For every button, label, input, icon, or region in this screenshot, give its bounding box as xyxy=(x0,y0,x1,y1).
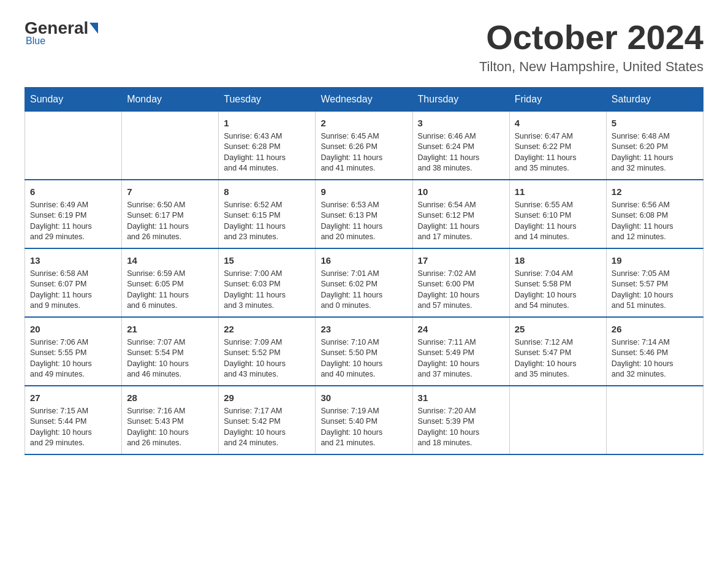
day-number: 4 xyxy=(515,117,601,129)
header-row: SundayMondayTuesdayWednesdayThursdayFrid… xyxy=(25,87,703,111)
weekday-header-wednesday: Wednesday xyxy=(316,87,412,111)
day-info: Sunrise: 6:50 AM Sunset: 6:17 PM Dayligh… xyxy=(127,200,213,243)
day-info: Sunrise: 7:16 AM Sunset: 5:43 PM Dayligh… xyxy=(127,406,213,449)
day-number: 27 xyxy=(30,391,116,404)
day-info: Sunrise: 6:52 AM Sunset: 6:15 PM Dayligh… xyxy=(224,200,310,243)
day-info: Sunrise: 6:49 AM Sunset: 6:19 PM Dayligh… xyxy=(30,200,116,243)
calendar-cell: 27Sunrise: 7:15 AM Sunset: 5:44 PM Dayli… xyxy=(25,386,122,454)
day-number: 13 xyxy=(30,254,116,267)
day-number: 30 xyxy=(320,391,407,404)
day-number: 26 xyxy=(612,323,698,335)
calendar-cell: 15Sunrise: 7:00 AM Sunset: 6:03 PM Dayli… xyxy=(219,248,316,317)
calendar-week-4: 20Sunrise: 7:06 AM Sunset: 5:55 PM Dayli… xyxy=(25,317,703,386)
day-info: Sunrise: 6:45 AM Sunset: 6:26 PM Dayligh… xyxy=(320,131,407,174)
day-number: 6 xyxy=(30,185,116,198)
calendar-cell: 19Sunrise: 7:05 AM Sunset: 5:57 PM Dayli… xyxy=(606,248,703,317)
calendar-cell: 7Sunrise: 6:50 AM Sunset: 6:17 PM Daylig… xyxy=(122,180,219,248)
day-info: Sunrise: 6:58 AM Sunset: 6:07 PM Dayligh… xyxy=(30,269,116,312)
day-info: Sunrise: 6:43 AM Sunset: 6:28 PM Dayligh… xyxy=(224,131,310,174)
calendar-cell: 29Sunrise: 7:17 AM Sunset: 5:42 PM Dayli… xyxy=(219,386,316,454)
calendar-week-1: 1Sunrise: 6:43 AM Sunset: 6:28 PM Daylig… xyxy=(25,111,703,180)
day-number: 29 xyxy=(224,391,310,404)
day-info: Sunrise: 6:56 AM Sunset: 6:08 PM Dayligh… xyxy=(612,200,698,243)
calendar-week-3: 13Sunrise: 6:58 AM Sunset: 6:07 PM Dayli… xyxy=(25,248,703,317)
calendar-cell: 31Sunrise: 7:20 AM Sunset: 5:39 PM Dayli… xyxy=(412,386,509,454)
day-info: Sunrise: 7:05 AM Sunset: 5:57 PM Dayligh… xyxy=(612,269,698,312)
day-info: Sunrise: 7:00 AM Sunset: 6:03 PM Dayligh… xyxy=(224,269,310,312)
day-info: Sunrise: 6:59 AM Sunset: 6:05 PM Dayligh… xyxy=(127,269,213,312)
day-info: Sunrise: 7:07 AM Sunset: 5:54 PM Dayligh… xyxy=(127,337,213,380)
calendar-cell: 20Sunrise: 7:06 AM Sunset: 5:55 PM Dayli… xyxy=(25,317,122,386)
calendar-cell: 18Sunrise: 7:04 AM Sunset: 5:58 PM Dayli… xyxy=(509,248,606,317)
day-info: Sunrise: 7:19 AM Sunset: 5:40 PM Dayligh… xyxy=(320,406,407,449)
calendar-cell: 12Sunrise: 6:56 AM Sunset: 6:08 PM Dayli… xyxy=(606,180,703,248)
calendar-cell: 28Sunrise: 7:16 AM Sunset: 5:43 PM Dayli… xyxy=(122,386,219,454)
day-info: Sunrise: 7:20 AM Sunset: 5:39 PM Dayligh… xyxy=(418,406,504,449)
calendar-cell: 17Sunrise: 7:02 AM Sunset: 6:00 PM Dayli… xyxy=(412,248,509,317)
day-number: 3 xyxy=(418,117,504,129)
calendar-cell: 1Sunrise: 6:43 AM Sunset: 6:28 PM Daylig… xyxy=(219,111,316,180)
day-info: Sunrise: 7:14 AM Sunset: 5:46 PM Dayligh… xyxy=(612,337,698,380)
calendar-cell: 26Sunrise: 7:14 AM Sunset: 5:46 PM Dayli… xyxy=(606,317,703,386)
calendar-cell: 13Sunrise: 6:58 AM Sunset: 6:07 PM Dayli… xyxy=(25,248,122,317)
day-number: 15 xyxy=(224,254,310,267)
weekday-header-saturday: Saturday xyxy=(606,87,703,111)
calendar-cell: 4Sunrise: 6:47 AM Sunset: 6:22 PM Daylig… xyxy=(509,111,606,180)
calendar-cell xyxy=(122,111,219,180)
weekday-header-friday: Friday xyxy=(509,87,606,111)
calendar-cell: 5Sunrise: 6:48 AM Sunset: 6:20 PM Daylig… xyxy=(606,111,703,180)
day-info: Sunrise: 6:53 AM Sunset: 6:13 PM Dayligh… xyxy=(320,200,407,243)
day-info: Sunrise: 6:46 AM Sunset: 6:24 PM Dayligh… xyxy=(418,131,504,174)
calendar-cell: 2Sunrise: 6:45 AM Sunset: 6:26 PM Daylig… xyxy=(316,111,412,180)
day-info: Sunrise: 6:54 AM Sunset: 6:12 PM Dayligh… xyxy=(418,200,504,243)
day-number: 18 xyxy=(515,254,601,267)
logo-arrow-icon xyxy=(89,23,98,34)
calendar-cell xyxy=(509,386,606,454)
page-header: General Blue October 2024 Tilton, New Ha… xyxy=(25,18,703,75)
day-info: Sunrise: 7:04 AM Sunset: 5:58 PM Dayligh… xyxy=(515,269,601,312)
day-number: 12 xyxy=(612,185,698,198)
day-info: Sunrise: 6:48 AM Sunset: 6:20 PM Dayligh… xyxy=(612,131,698,174)
calendar-cell: 25Sunrise: 7:12 AM Sunset: 5:47 PM Dayli… xyxy=(509,317,606,386)
day-number: 16 xyxy=(320,254,407,267)
day-number: 10 xyxy=(418,185,504,198)
calendar-cell: 10Sunrise: 6:54 AM Sunset: 6:12 PM Dayli… xyxy=(412,180,509,248)
day-info: Sunrise: 7:11 AM Sunset: 5:49 PM Dayligh… xyxy=(418,337,504,380)
calendar-cell: 6Sunrise: 6:49 AM Sunset: 6:19 PM Daylig… xyxy=(25,180,122,248)
day-number: 2 xyxy=(320,117,407,129)
calendar-cell: 16Sunrise: 7:01 AM Sunset: 6:02 PM Dayli… xyxy=(316,248,412,317)
day-number: 1 xyxy=(224,117,310,129)
day-number: 23 xyxy=(320,323,407,335)
day-info: Sunrise: 6:47 AM Sunset: 6:22 PM Dayligh… xyxy=(515,131,601,174)
calendar-table: SundayMondayTuesdayWednesdayThursdayFrid… xyxy=(25,87,703,455)
weekday-header-tuesday: Tuesday xyxy=(219,87,316,111)
day-number: 21 xyxy=(127,323,213,335)
calendar-cell: 30Sunrise: 7:19 AM Sunset: 5:40 PM Dayli… xyxy=(316,386,412,454)
calendar-cell: 23Sunrise: 7:10 AM Sunset: 5:50 PM Dayli… xyxy=(316,317,412,386)
calendar-cell xyxy=(606,386,703,454)
day-number: 28 xyxy=(127,391,213,404)
day-info: Sunrise: 7:10 AM Sunset: 5:50 PM Dayligh… xyxy=(320,337,407,380)
calendar-cell: 21Sunrise: 7:07 AM Sunset: 5:54 PM Dayli… xyxy=(122,317,219,386)
calendar-cell xyxy=(25,111,122,180)
title-section: October 2024 Tilton, New Hampshire, Unit… xyxy=(479,18,703,75)
day-info: Sunrise: 7:15 AM Sunset: 5:44 PM Dayligh… xyxy=(30,406,116,449)
weekday-header-monday: Monday xyxy=(122,87,219,111)
day-number: 5 xyxy=(612,117,698,129)
calendar-week-2: 6Sunrise: 6:49 AM Sunset: 6:19 PM Daylig… xyxy=(25,180,703,248)
calendar-cell: 22Sunrise: 7:09 AM Sunset: 5:52 PM Dayli… xyxy=(219,317,316,386)
day-number: 24 xyxy=(418,323,504,335)
day-number: 19 xyxy=(612,254,698,267)
calendar-week-5: 27Sunrise: 7:15 AM Sunset: 5:44 PM Dayli… xyxy=(25,386,703,454)
day-number: 7 xyxy=(127,185,213,198)
weekday-header-sunday: Sunday xyxy=(25,87,122,111)
day-number: 17 xyxy=(418,254,504,267)
day-info: Sunrise: 7:06 AM Sunset: 5:55 PM Dayligh… xyxy=(30,337,116,380)
location-title: Tilton, New Hampshire, United States xyxy=(479,59,703,75)
calendar-cell: 8Sunrise: 6:52 AM Sunset: 6:15 PM Daylig… xyxy=(219,180,316,248)
day-number: 20 xyxy=(30,323,116,335)
calendar-cell: 24Sunrise: 7:11 AM Sunset: 5:49 PM Dayli… xyxy=(412,317,509,386)
logo: General Blue xyxy=(25,18,99,47)
day-info: Sunrise: 7:02 AM Sunset: 6:00 PM Dayligh… xyxy=(418,269,504,312)
day-info: Sunrise: 7:17 AM Sunset: 5:42 PM Dayligh… xyxy=(224,406,310,449)
